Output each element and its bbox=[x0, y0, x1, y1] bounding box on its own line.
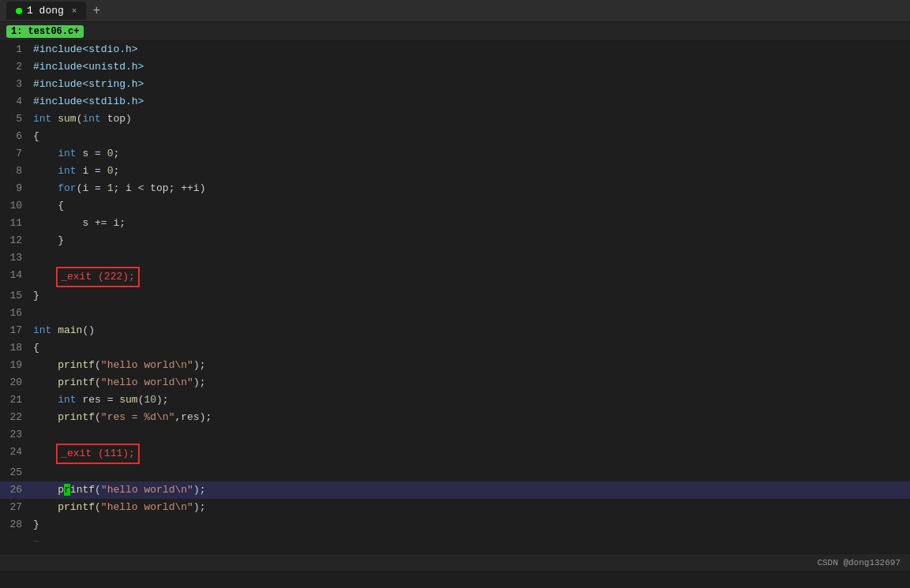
code-token bbox=[33, 394, 58, 406]
code-token bbox=[33, 411, 58, 423]
code-token: for bbox=[58, 182, 76, 194]
line-number: 17 bbox=[0, 322, 28, 339]
line-content: int i = 0; bbox=[28, 163, 119, 180]
line-number: 16 bbox=[0, 305, 28, 322]
code-token: ( bbox=[95, 359, 101, 371]
code-token: i = bbox=[77, 165, 107, 177]
line-number: 9 bbox=[0, 180, 28, 197]
code-token: main bbox=[58, 324, 82, 336]
line-content: printf("hello world\n"); bbox=[28, 374, 205, 391]
code-token bbox=[33, 271, 58, 283]
code-token: ); bbox=[193, 359, 206, 371]
line-content: #include<unistd.h> bbox=[28, 58, 144, 76]
code-token: ; bbox=[113, 165, 119, 177]
title-bar: 1 dong × + bbox=[0, 0, 910, 22]
line-content: int sum(int top) bbox=[28, 110, 132, 128]
line-content: { bbox=[28, 197, 64, 215]
code-token: int bbox=[82, 113, 100, 125]
table-row: 8 int i = 0; bbox=[0, 163, 910, 180]
code-editor: 1#include<stdio.h>2#include<unistd.h>3#i… bbox=[0, 41, 910, 571]
code-token bbox=[33, 165, 58, 177]
code-token: "hello world\n" bbox=[101, 501, 193, 513]
line-number: 8 bbox=[0, 163, 28, 180]
code-token bbox=[33, 148, 58, 159]
line-content: } bbox=[28, 232, 64, 249]
code-token: "hello world\n" bbox=[101, 484, 193, 496]
line-number: 24 bbox=[0, 444, 28, 464]
code-token: int bbox=[58, 165, 76, 177]
code-token: "res = %d\n" bbox=[101, 411, 175, 423]
line-number bbox=[0, 534, 28, 551]
table-row: 4#include<stdlib.h> bbox=[0, 93, 910, 110]
line-content: s += i; bbox=[28, 215, 125, 232]
code-token: "hello world\n" bbox=[101, 359, 193, 371]
line-number: 21 bbox=[0, 391, 28, 409]
line-number: 22 bbox=[0, 409, 28, 426]
table-row: 17int main() bbox=[0, 322, 910, 339]
code-token: () bbox=[82, 324, 95, 336]
line-content: { bbox=[28, 128, 39, 145]
close-tab-button[interactable]: × bbox=[72, 6, 77, 16]
code-token: #include<stdlib.h> bbox=[33, 96, 144, 107]
line-number: 28 bbox=[0, 516, 28, 534]
table-row: 27 printf("hello world\n"); bbox=[0, 499, 910, 516]
code-token: ( bbox=[95, 376, 101, 388]
line-content: #include<stdio.h> bbox=[28, 41, 138, 58]
code-token: printf bbox=[58, 376, 95, 388]
code-token bbox=[33, 501, 58, 513]
table-row: 25 bbox=[0, 464, 910, 481]
active-tab[interactable]: 1 dong × bbox=[6, 2, 86, 20]
table-row: 24 _exit (111); bbox=[0, 444, 910, 464]
tab-label: 1 dong bbox=[27, 5, 64, 17]
code-token: int bbox=[33, 113, 51, 125]
code-token: ); bbox=[193, 376, 206, 388]
code-token bbox=[33, 359, 58, 371]
line-content bbox=[28, 305, 33, 322]
table-row: 23 bbox=[0, 426, 910, 444]
table-row: 6{ bbox=[0, 128, 910, 145]
line-content: printf("hello world\n"); bbox=[28, 481, 206, 499]
code-token: } bbox=[33, 290, 39, 301]
table-row: 14 _exit (222); bbox=[0, 267, 910, 287]
code-token: ( bbox=[95, 501, 101, 513]
highlighted-code: _exit (222); bbox=[56, 267, 140, 287]
breadcrumb-label: 1: test06.c+ bbox=[6, 25, 84, 38]
table-row: 2#include<unistd.h> bbox=[0, 58, 910, 76]
highlighted-code: _exit (111); bbox=[56, 444, 140, 464]
line-number: 5 bbox=[0, 110, 28, 128]
line-number: 13 bbox=[0, 249, 28, 267]
code-token: p bbox=[58, 484, 64, 496]
status-bar: CSDN @dong132697 bbox=[0, 553, 910, 571]
code-token: ,res); bbox=[174, 411, 212, 423]
table-row: 21 int res = sum(10); bbox=[0, 391, 910, 409]
tilde-line: ~ bbox=[0, 534, 910, 551]
line-number: 11 bbox=[0, 215, 28, 232]
line-content: int res = sum(10); bbox=[28, 391, 169, 409]
code-token: printf bbox=[58, 501, 95, 513]
table-row: 7 int s = 0; bbox=[0, 145, 910, 163]
table-row: 16 bbox=[0, 305, 910, 322]
code-token bbox=[33, 376, 58, 388]
line-number: 14 bbox=[0, 267, 28, 287]
table-row: 5int sum(int top) bbox=[0, 110, 910, 128]
code-lines: 1#include<stdio.h>2#include<unistd.h>3#i… bbox=[0, 41, 910, 571]
line-number: 10 bbox=[0, 197, 28, 215]
table-row: 13 bbox=[0, 249, 910, 267]
code-token: { bbox=[33, 342, 39, 354]
modified-dot bbox=[16, 8, 22, 14]
line-content bbox=[28, 426, 33, 444]
new-tab-button[interactable]: + bbox=[86, 1, 107, 21]
line-number: 6 bbox=[0, 128, 28, 145]
table-row: 20 printf("hello world\n"); bbox=[0, 374, 910, 391]
line-content: #include<stdlib.h> bbox=[28, 93, 144, 110]
table-row: 11 s += i; bbox=[0, 215, 910, 232]
line-content: for(i = 1; i < top; ++i) bbox=[28, 180, 205, 197]
code-token: "hello world\n" bbox=[101, 376, 193, 388]
code-token: ; bbox=[113, 148, 119, 159]
line-content: } bbox=[28, 287, 39, 305]
code-token: intf bbox=[70, 484, 95, 496]
code-token: s += i; bbox=[33, 217, 125, 229]
line-content: { bbox=[28, 339, 39, 357]
code-token: { bbox=[33, 200, 64, 212]
code-token: ; i < top; ++i) bbox=[113, 182, 205, 194]
